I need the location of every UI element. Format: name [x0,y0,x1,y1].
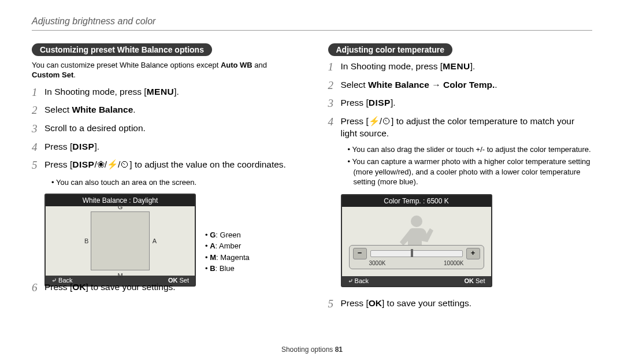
axis-m: M [117,272,122,279]
ct-screenshot: Color Temp. : 6500 K − + 3000K10000K ⤶ B… [341,194,492,287]
ok-button-label: OK [72,281,86,294]
right-column: Adjusting color temperature 1In Shooting… [328,43,593,343]
ct-slider: − + 3000K10000K [349,245,484,269]
step-2: 2Select White Balance. [32,104,296,118]
r-sub-1: You can also drag the slider or touch +/… [348,144,593,155]
step-4: 4Press [DISP]. [32,141,296,155]
intro-text: You can customize preset White Balance o… [32,61,296,80]
step-5: 5Press [DISP/❀/⚡/⏲] to adjust the value … [32,159,296,173]
axis-g: G [118,203,123,210]
r-sub-2: You can capture a warmer photo with a hi… [348,157,593,187]
slider-max: 10000K [444,260,463,266]
r-step-3: 3Press [DISP]. [328,97,593,111]
divider [32,30,592,31]
flash-icon: ⚡ [369,116,380,126]
step-1: 1In Shooting mode, press [MENU]. [32,86,296,100]
r-step-5: 5Press [OK] to save your settings. [328,298,593,311]
r-step-1: 1In Shooting mode, press [MENU]. [328,61,593,75]
wb-legend: G: Green A: Amber M: Magenta B: Blue [205,229,296,274]
menu-button-label: MENU [443,61,470,71]
macro-icon: ❀ [97,159,105,169]
page-footer: Shooting options 81 [32,346,592,354]
plus-button[interactable]: + [466,248,480,259]
back-icon: ⤶ [348,277,353,284]
ct-screenshot-title: Color Temp. : 6500 K [342,195,491,207]
slider-thumb[interactable] [411,249,413,257]
r-step-2: 2Select White Balance → Color Temp.. [328,79,593,93]
disp-button-label: DISP [72,142,94,151]
timer-icon: ⏲ [382,116,391,126]
wb-grid: G M B A [91,211,150,270]
ok-button-label: OK [369,298,382,310]
section-pill-left: Customizing preset White Balance options [32,43,212,56]
step-5-sub: You can also touch an area on the screen… [51,177,296,188]
step-3: 3Scroll to a desired option. [32,122,296,136]
minus-button[interactable]: − [353,248,367,259]
page-header: Adjusting brightness and color [32,16,592,27]
r-step-4: 4Press [⚡/⏲] to adjust the color tempera… [328,116,593,140]
disp-button-label: DISP [369,98,391,107]
flash-icon: ⚡ [107,159,118,169]
slider-track[interactable] [370,250,463,257]
slider-min: 3000K [369,260,386,266]
menu-button-label: MENU [147,87,174,96]
timer-icon: ⏲ [120,159,129,169]
axis-a: A [153,237,157,244]
section-pill-right: Adjusting color temperature [328,43,452,56]
wb-screenshot: White Balance : Daylight G M B A ⤶ Back … [44,194,196,287]
axis-b: B [84,237,88,244]
left-column: Customizing preset White Balance options… [32,43,296,343]
step-6: 6Press [OK] to save your settings. [32,281,296,295]
